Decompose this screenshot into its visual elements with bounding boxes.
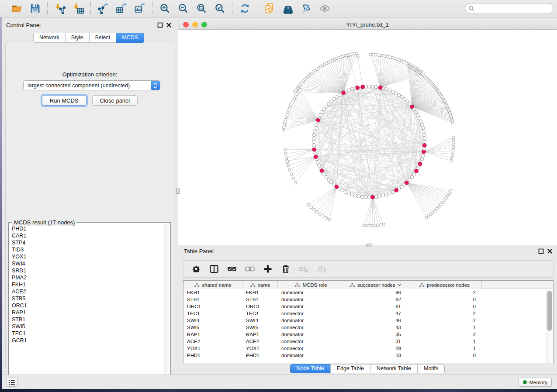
float-panel-icon[interactable] [157,22,163,28]
table-cell[interactable]: ACE2 [242,339,278,344]
table-cell[interactable]: SWI4 [183,318,242,323]
network-window-titlebar[interactable]: YPA_prune.txt_1 [178,20,557,30]
table-scrollbar-thumb[interactable] [547,291,552,331]
table-cell[interactable]: 31 [344,339,407,344]
mcds-result-item[interactable]: SRD1 [12,267,164,274]
add-button[interactable] [263,264,273,274]
delete-button[interactable] [280,264,291,274]
table-cell[interactable]: 1 [407,339,482,344]
table-cell[interactable]: 0 [407,304,482,309]
tab-style[interactable]: Style [65,33,90,43]
table-cell[interactable]: 2 [407,290,482,295]
table-cell[interactable]: 2 [407,311,482,316]
table-cell[interactable]: SWI5 [242,325,278,330]
zoom-fit-button[interactable] [195,3,208,15]
zoom-selected-button[interactable] [214,3,226,15]
hide-graphics-details-button[interactable] [300,3,312,15]
table-cell[interactable]: 18 [344,353,407,358]
close-panel-icon[interactable] [166,22,172,28]
task-history-button[interactable] [6,378,17,387]
mcds-result-item[interactable]: CAR1 [12,232,164,239]
table-cell[interactable]: SWI5 [183,325,242,330]
mcds-result-item[interactable]: STP4 [12,239,164,246]
mcds-result-item[interactable]: YOX1 [12,253,164,260]
table-cell[interactable]: YOX1 [242,346,278,351]
table-cell[interactable]: 62 [344,297,407,302]
mcds-result-item[interactable]: TEC1 [12,330,164,337]
mcds-result-item[interactable]: GCR1 [12,337,164,344]
table-cell[interactable]: 35 [344,332,407,337]
table-cell[interactable]: ACE2 [183,339,242,344]
toggle-columns-button[interactable] [209,264,219,274]
table-row[interactable]: SWI5SWI5connector431 [183,324,553,331]
network-canvas[interactable] [178,30,557,245]
network-from-selection-button[interactable] [263,3,276,15]
table-cell[interactable]: SWI4 [242,318,278,323]
table-cell[interactable]: ORC1 [183,304,242,309]
table-cell[interactable]: 1 [407,325,482,330]
tab-network-table[interactable]: Network Table [370,364,418,373]
search-box[interactable] [465,3,554,14]
tab-motifs[interactable]: Motifs [417,364,445,373]
close-table-panel-icon[interactable] [547,248,553,254]
tab-mcds[interactable]: MCDS [116,33,144,43]
table-cell[interactable]: 47 [344,311,407,316]
find-button[interactable] [282,3,294,15]
table-row[interactable]: ACE2ACE2connector311 [183,338,553,345]
table-cell[interactable]: STB1 [183,297,242,302]
mcds-result-item[interactable]: SWI5 [12,323,164,330]
network-graph[interactable] [178,30,557,245]
table-cell[interactable]: dominator [278,318,344,323]
table-cell[interactable]: 2 [407,318,482,323]
zoom-out-button[interactable] [177,3,189,15]
tab-edge-table[interactable]: Edge Table [330,364,370,373]
column-header-shared-name[interactable]: shared name [183,281,242,289]
run-mcds-button[interactable]: Run MCDS [42,95,86,106]
table-cell[interactable]: ORC1 [242,304,278,309]
table-cell[interactable]: connector [278,339,344,344]
tab-network[interactable]: Network [33,33,66,43]
table-cell[interactable]: PHD1 [242,353,278,358]
mcds-result-item[interactable]: RAP1 [12,309,164,316]
table-row[interactable]: TEC1TEC1connector472 [183,310,553,317]
table-row[interactable]: PHD1PHD1dominator180 [183,352,553,359]
mcds-result-item[interactable]: TID3 [12,246,164,253]
table-cell[interactable]: 43 [344,325,407,330]
table-cell[interactable]: 29 [344,346,407,351]
table-cell[interactable]: RAP1 [242,332,278,337]
mcds-result-item[interactable]: ORC1 [12,302,164,309]
mcds-result-item[interactable]: STB5 [12,295,164,302]
save-button[interactable] [29,3,41,15]
mcds-result-item[interactable]: PMA2 [12,274,164,281]
vertical-splitter-handle[interactable] [176,188,180,194]
criterion-dropdown[interactable]: largest connected component (undirected) [23,80,160,90]
table-row[interactable]: STB1STB1dominator620 [183,296,553,303]
import-network-button[interactable] [54,3,66,15]
table-cell[interactable]: 1 [407,346,482,351]
table-cell[interactable]: PHD1 [183,353,242,358]
select-all-checkboxes-button[interactable] [227,264,237,274]
table-cell[interactable]: dominator [278,304,344,309]
table-cell[interactable]: dominator [278,290,344,295]
table-row[interactable]: FKH1FKH1dominator962 [183,289,553,296]
open-button[interactable] [10,3,23,15]
mcds-result-item[interactable]: STB1 [12,316,164,323]
table-cell[interactable]: connector [278,311,344,316]
deselect-all-checkboxes-button[interactable] [245,264,255,274]
search-input[interactable] [477,6,550,12]
mcds-result-item[interactable]: FKH1 [12,281,164,288]
column-header-successor-nodes[interactable]: successor nodes [344,281,407,289]
column-header-predecessor-nodes[interactable]: predecessor nodes [407,281,482,289]
result-list-scrollbar[interactable] [164,224,170,383]
column-header-MCDS-role[interactable]: MCDS role [278,281,344,289]
memory-button[interactable]: Memory [519,378,552,387]
table-cell[interactable]: 46 [344,318,407,323]
table-cell[interactable]: 61 [344,304,407,309]
mcds-result-list[interactable]: PHD1CAR1STP4TID3YOX1SWI4SRD1PMA2FKH1ACE2… [9,225,164,383]
table-cell[interactable]: 0 [407,353,482,358]
table-cell[interactable]: 96 [344,290,407,295]
table-cell[interactable]: dominator [278,353,344,358]
zoom-in-button[interactable] [159,3,171,15]
close-panel-button[interactable]: Close panel [92,95,138,106]
table-row[interactable]: RAP1RAP1dominator352 [183,331,553,338]
